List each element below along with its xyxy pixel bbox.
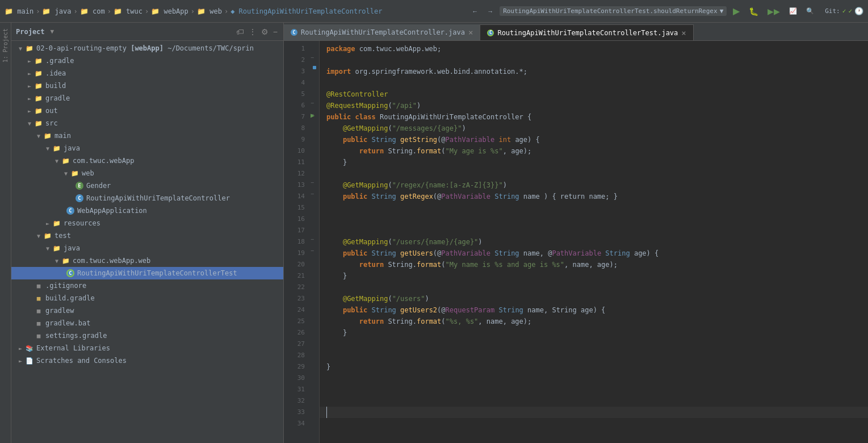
git-check-2: ✓ <box>848 7 852 15</box>
ln-33: 33 <box>284 407 305 418</box>
tree-test-class[interactable]: C RoutingApiWithUriTemplateControllerTes… <box>11 267 283 279</box>
tree-src-folder[interactable]: ▼ 📁 src <box>11 117 283 129</box>
forward-btn[interactable]: → <box>484 7 496 16</box>
code-line-13: @GetMapping("/regex/{name:[a-zA-Z]{3}}") <box>320 179 868 191</box>
gradle2-arrow: ► <box>25 94 34 103</box>
ln-4: 4 <box>284 77 305 89</box>
code-line-26: } <box>320 327 868 338</box>
tab-controller[interactable]: C RoutingApiWithUriTemplateController.ja… <box>284 24 480 40</box>
debug-btn[interactable]: 🐛 <box>746 6 761 17</box>
fold-icon-23[interactable]: − <box>311 236 314 243</box>
breadcrumb-controller[interactable]: ◆ RoutingApiWithUriTemplateController <box>230 7 382 15</box>
code-content[interactable]: package com.twuc.webApp.web; import org.… <box>320 41 868 443</box>
tree-test-com-pkg[interactable]: ▼ 📁 com.twuc.webApp.web <box>11 254 283 267</box>
com-folder-icon: 📁 <box>61 156 70 165</box>
fold-icon-18[interactable]: − <box>311 179 314 186</box>
locate-file-btn[interactable]: 🏷 <box>235 26 245 37</box>
gradle2-label: gradle <box>45 94 70 102</box>
tree-test-folder[interactable]: ▼ 📁 test <box>11 229 283 242</box>
fold-icon-5[interactable]: − <box>311 55 314 61</box>
coverage-btn[interactable]: 📈 <box>786 6 800 16</box>
tree-gender-class[interactable]: E Gender <box>11 179 283 192</box>
tab-controller-close[interactable]: × <box>468 28 473 36</box>
code-line-9: public String getString(@PathVariable in… <box>320 134 868 145</box>
gradle-arrow: ► <box>25 56 34 65</box>
code-line-24: public String getUsers2(@RequestParam St… <box>320 304 868 316</box>
code-line-10: return String.format("My age is %s", age… <box>320 145 868 157</box>
webapp-icon: C <box>66 206 75 215</box>
run-btn[interactable]: ▶ <box>730 5 743 18</box>
fold-icon-19[interactable]: − <box>311 191 314 197</box>
tab-test-close[interactable]: × <box>681 29 686 37</box>
code-line-31 <box>320 384 868 395</box>
main-arrow: ▼ <box>34 131 43 140</box>
run-indicator-7[interactable]: ▶ <box>311 111 315 119</box>
tree-java-folder[interactable]: ▼ 📁 java <box>11 142 283 154</box>
ln-16: 16 <box>284 214 305 225</box>
run-tests-btn[interactable]: ▶▶ <box>765 6 783 17</box>
fold-icon-24[interactable]: − <box>311 248 314 254</box>
tab-bar: C RoutingApiWithUriTemplateController.ja… <box>284 23 868 41</box>
resources-arrow: ► <box>43 219 52 228</box>
fold-icon-7[interactable]: − <box>311 100 314 106</box>
breadcrumb-web[interactable]: 📁 web <box>197 7 222 15</box>
tree-com-pkg[interactable]: ▼ 📁 com.twuc.webApp <box>11 154 283 167</box>
breadcrumb-com[interactable]: 📁 com <box>80 7 105 15</box>
search-btn[interactable]: 🔍 <box>803 6 817 16</box>
tree-ext-libs[interactable]: ► 📚 External Libraries <box>11 342 283 354</box>
tree-gradlew[interactable]: ■ gradlew <box>11 304 283 317</box>
tree-web-folder[interactable]: ▼ 📁 web <box>11 167 283 179</box>
tree-resources-folder[interactable]: ► 📁 resources <box>11 217 283 229</box>
code-line-25: return String.format("%s, %s", name, age… <box>320 316 868 327</box>
java-folder-icon: 📁 <box>52 144 61 153</box>
project-side-label[interactable]: 1: Project <box>2 28 9 62</box>
tree-routing-class[interactable]: C RoutingApiWithUriTemplateController <box>11 192 283 204</box>
code-line-19: public String getUsers(@PathVariable Str… <box>320 248 868 259</box>
tree-gradle-folder[interactable]: ► 📁 .gradle <box>11 55 283 67</box>
git-status: Git: ✓ ✓ 🕐 <box>825 7 863 15</box>
ext-libs-label: External Libraries <box>36 344 110 352</box>
tree-build-folder[interactable]: ► 📁 build <box>11 80 283 92</box>
resources-label: resources <box>64 219 100 227</box>
settings-btn[interactable]: ⚙ <box>260 26 270 37</box>
tab-controller-test[interactable]: C RoutingApiWithUriTemplateControllerTes… <box>480 24 693 40</box>
file-tree[interactable]: ▼ 📁 02-0-api-routing-empty [webApp] ~/Do… <box>11 41 283 443</box>
build-gradle-icon: ■ <box>34 294 43 303</box>
collapse-all-btn[interactable]: ⋮ <box>248 26 258 37</box>
project-dropdown-arrow[interactable]: ▼ <box>51 28 54 35</box>
tree-main-folder[interactable]: ▼ 📁 main <box>11 129 283 142</box>
web-arrow: ▼ <box>61 169 70 178</box>
tree-gradle2-folder[interactable]: ► 📁 gradle <box>11 92 283 105</box>
root-folder-icon: 📁 <box>25 44 34 53</box>
breadcrumb-java[interactable]: 📁 java <box>42 7 71 15</box>
tree-settings-gradle[interactable]: ■ settings.gradle <box>11 329 283 342</box>
gitignore-label: .gitignore <box>45 282 86 290</box>
close-panel-btn[interactable]: − <box>272 26 279 37</box>
ln-29: 29 <box>284 361 305 373</box>
scratches-arrow: ► <box>16 356 25 365</box>
tree-test-java-folder[interactable]: ▼ 📁 java <box>11 242 283 254</box>
gradlew-icon: ■ <box>34 306 43 315</box>
code-line-20: return String.format("My name is %s and … <box>320 259 868 270</box>
run-config-dropdown[interactable]: RoutingApiWithUriTemplateControllerTest.… <box>500 6 727 16</box>
build-label: build <box>45 82 66 90</box>
tree-webapp-class[interactable]: C WebAppApplication <box>11 204 283 217</box>
ln-21: 21 <box>284 270 305 282</box>
ln-2: 2 <box>284 55 305 66</box>
back-btn[interactable]: ← <box>469 7 481 16</box>
tree-gradlew-bat[interactable]: ■ gradlew.bat <box>11 317 283 329</box>
idea-folder-icon: 📁 <box>34 69 43 78</box>
tree-idea-folder[interactable]: ► 📁 .idea <box>11 67 283 80</box>
breadcrumb-main[interactable]: 📁 main <box>5 7 33 15</box>
tree-scratches[interactable]: ► 📄 Scratches and Consoles <box>11 354 283 367</box>
tree-root[interactable]: ▼ 📁 02-0-api-routing-empty [webApp] ~/Do… <box>11 42 283 55</box>
ln-34: 34 <box>284 418 305 429</box>
tree-gitignore[interactable]: ■ .gitignore <box>11 279 283 292</box>
tree-out-folder[interactable]: ► 📁 out <box>11 105 283 117</box>
scratches-icon: 📄 <box>25 356 34 365</box>
main-folder-icon: 📁 <box>43 131 52 140</box>
tree-build-gradle[interactable]: ■ build.gradle <box>11 292 283 304</box>
ln-3: 3 <box>284 66 305 77</box>
breadcrumb-twuc[interactable]: 📁 twuc <box>114 7 142 15</box>
breadcrumb-webapp[interactable]: 📁 webApp <box>151 7 188 15</box>
